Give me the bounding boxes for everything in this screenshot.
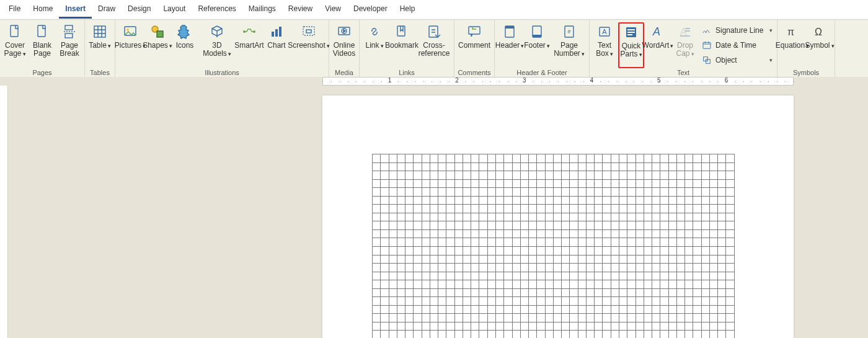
text-box-button[interactable]: ATextBox▾ (591, 22, 618, 68)
ruler-num: 4 (585, 77, 598, 84)
symbol-button[interactable]: ΩSymbol▾ (806, 22, 833, 68)
signature-icon (702, 25, 712, 35)
svg-rect-36 (704, 57, 708, 61)
blank-page-button[interactable]: BlankPage (29, 22, 56, 68)
object-button[interactable]: Object▾ (700, 53, 774, 67)
page-break-button[interactable]: PageBreak (56, 22, 83, 68)
link-button[interactable]: Link▾ (361, 22, 388, 68)
3d-icon (210, 24, 224, 39)
menu-review[interactable]: Review (282, 1, 319, 19)
group-tables: Table▾Tables (85, 20, 115, 77)
svg-rect-13 (279, 27, 281, 37)
menu-home[interactable]: Home (27, 1, 59, 19)
page-break-label: PageBreak (60, 42, 79, 58)
equation-button[interactable]: πEquation▾ (779, 22, 806, 68)
quickparts-icon (624, 25, 639, 40)
svg-rect-32 (627, 34, 632, 35)
document-page[interactable] (322, 96, 794, 338)
svg-point-10 (253, 30, 255, 33)
menu-insert[interactable]: Insert (59, 1, 92, 19)
shapes-button[interactable]: Shapes▾ (144, 22, 171, 68)
ruler-num: 6 (720, 77, 732, 84)
wordart-button[interactable]: AWordArt▾ (644, 22, 671, 68)
svg-text:Ω: Ω (815, 27, 822, 37)
document-table[interactable] (372, 154, 735, 338)
signature-line-button[interactable]: Signature Line▾ (700, 24, 774, 37)
menu-view[interactable]: View (319, 1, 347, 19)
menu-layout[interactable]: Layout (157, 1, 192, 19)
svg-rect-0 (11, 25, 18, 37)
cross-reference-button[interactable]: Cross-reference (415, 22, 453, 68)
group-label: Links (361, 68, 453, 78)
footer-button[interactable]: Footer▾ (523, 22, 551, 68)
screenshot-label: Screenshot▾ (288, 42, 330, 50)
group-label: Text (591, 68, 776, 78)
svg-rect-35 (703, 42, 711, 48)
menu-references[interactable]: References (192, 1, 242, 19)
footer-label: Footer▾ (524, 42, 550, 50)
blank-page-label: BlankPage (33, 42, 51, 58)
svg-point-6 (126, 29, 129, 31)
svg-rect-37 (706, 60, 711, 64)
bookmark-icon (394, 24, 409, 39)
date-time-button[interactable]: Date & Time (700, 38, 774, 52)
header-icon (502, 24, 517, 39)
quick-parts-button[interactable]: QuickParts▾ (618, 22, 644, 68)
group-text: ATextBox▾QuickParts▾AWordArt▾ADropCap▾Si… (590, 20, 777, 77)
menu-developer[interactable]: Developer (347, 1, 394, 19)
vertical-ruler (0, 77, 8, 338)
svg-rect-3 (65, 33, 73, 38)
smartart-button[interactable]: SmartArt (236, 22, 263, 68)
menu-design[interactable]: Design (122, 1, 157, 19)
text-box-label: TextBox▾ (596, 42, 613, 58)
3d-models-button[interactable]: 3DModels▾ (198, 22, 236, 68)
svg-rect-8 (157, 31, 163, 37)
page-break-icon (62, 24, 77, 39)
svg-point-9 (243, 30, 246, 33)
group-label: Comments (456, 68, 493, 78)
textbox-icon: A (597, 24, 612, 39)
menu-help[interactable]: Help (394, 1, 422, 19)
chart-button[interactable]: Chart (263, 22, 290, 68)
link-label: Link▾ (365, 42, 383, 50)
drop-cap-label: DropCap▾ (676, 42, 694, 58)
group-comments: CommentComments (454, 20, 495, 77)
group-label: Pages (1, 68, 83, 78)
svg-rect-14 (303, 27, 314, 35)
symbol-icon: Ω (812, 24, 827, 39)
ruler-num: 1 (384, 77, 396, 84)
table-button[interactable]: Table▾ (86, 22, 113, 68)
cover-page-button[interactable]: CoverPage▾ (1, 22, 29, 68)
bookmark-button[interactable]: Bookmark (388, 22, 415, 68)
equation-label: Equation▾ (776, 42, 809, 50)
horizontal-ruler: 123456 (0, 77, 868, 86)
group-header-footer: Header▾Footer▾#PageNumber▾Header & Foote… (495, 20, 590, 77)
ribbon: CoverPage▾BlankPagePageBreakPagesTable▾T… (0, 20, 868, 78)
group-label: Header & Footer (496, 68, 588, 78)
menu-mailings[interactable]: Mailings (242, 1, 282, 19)
svg-rect-11 (272, 32, 274, 37)
comment-button[interactable]: Comment (456, 22, 493, 68)
page-icon (7, 24, 22, 39)
bookmark-label: Bookmark (385, 42, 418, 50)
header-button[interactable]: Header▾ (496, 22, 523, 68)
svg-rect-22 (505, 26, 514, 29)
comment-icon (467, 24, 482, 39)
menu-file[interactable]: File (2, 1, 27, 19)
wordart-label: WordArt▾ (642, 42, 674, 50)
page-number-button[interactable]: #PageNumber▾ (551, 22, 588, 68)
group-symbols: πEquation▾ΩSymbol▾Symbols (777, 20, 835, 77)
svg-rect-1 (38, 25, 45, 37)
shapes-icon (150, 24, 165, 39)
page-number-label: PageNumber▾ (554, 42, 585, 58)
pictures-button[interactable]: Pictures▾ (117, 22, 144, 68)
object-label: Object (715, 56, 737, 64)
svg-text:#: # (567, 29, 570, 35)
pagenum-icon: # (562, 24, 577, 39)
screenshot-button[interactable]: Screenshot▾ (290, 22, 327, 68)
online-videos-button[interactable]: OnlineVideos (330, 22, 358, 68)
svg-rect-24 (533, 35, 541, 37)
menu-draw[interactable]: Draw (92, 1, 122, 19)
3d-models-label: 3DModels▾ (203, 42, 231, 58)
icons-button[interactable]: Icons (171, 22, 198, 68)
